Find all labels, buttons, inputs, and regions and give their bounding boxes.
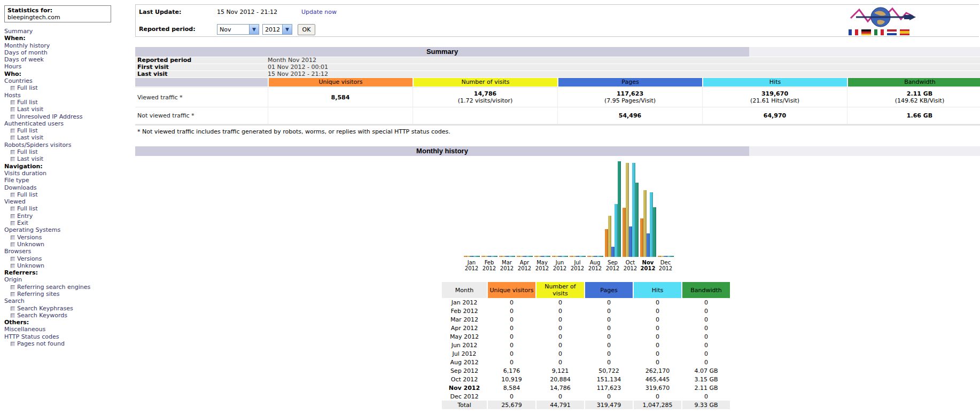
chart-x-label: Jun2012	[551, 260, 569, 271]
traffic-value: 64,970	[703, 112, 847, 119]
sidebar-link-full-list[interactable]: Full list	[17, 127, 37, 134]
sidebar-link-pages-not-found[interactable]: Pages not found	[17, 340, 65, 347]
sidebar-link-origin[interactable]: Origin	[4, 276, 22, 283]
value-cell: 0	[536, 332, 584, 341]
info-label: Last visit	[137, 71, 168, 77]
sidebar-link-referring-sites[interactable]: Referring sites	[17, 291, 60, 297]
sidebar-link-full-list[interactable]: Full list	[17, 191, 37, 198]
sidebar-link-last-visit[interactable]: Last visit	[17, 134, 43, 141]
sidebar-link-referring-search-engines[interactable]: Referring search engines	[17, 284, 90, 291]
sidebar-link-versions[interactable]: Versions	[17, 234, 42, 241]
info-value: 01 Nov 2012 - 00:01	[268, 64, 328, 71]
sidebar-link-downloads[interactable]: Downloads	[4, 184, 36, 191]
menu-square-icon	[11, 307, 15, 311]
flag-germany[interactable]	[861, 29, 871, 35]
viewed-traffic-label: Viewed traffic *	[137, 94, 183, 101]
sidebar-item: Full list	[4, 127, 135, 134]
sidebar-link-robots-spiders-visitors[interactable]: Robots/Spiders visitors	[4, 142, 72, 148]
sidebar-link-full-list[interactable]: Full list	[17, 148, 37, 155]
sidebar-link-full-list[interactable]: Full list	[17, 99, 37, 106]
sidebar-item: Last visit	[4, 106, 135, 113]
flag-spain[interactable]	[900, 29, 909, 35]
sidebar-link-viewed[interactable]: Viewed	[4, 198, 26, 205]
summary-info-row: Last visit15 Nov 2012 - 21:12	[135, 71, 980, 77]
flag-italy[interactable]	[874, 29, 884, 35]
value-cell: 0	[536, 392, 584, 401]
sidebar-link-search-keyphrases[interactable]: Search Keyphrases	[17, 305, 73, 312]
flag-france[interactable]	[849, 29, 858, 35]
sidebar-link-summary[interactable]: Summary	[4, 28, 33, 35]
sidebar-link-last-visit[interactable]: Last visit	[17, 106, 43, 113]
month-cell: Jun 2012	[442, 341, 487, 349]
year-select[interactable]: 2012 ▼	[262, 24, 292, 35]
traffic-value: 14,786	[413, 90, 557, 97]
traffic-ratio: (149.62 KB/Visit)	[847, 97, 980, 104]
menu-square-icon	[11, 214, 15, 218]
sidebar-link-search-keywords[interactable]: Search Keywords	[17, 312, 67, 319]
value-cell: 0	[488, 332, 535, 341]
traffic-value-cell: 319,670(21.61 Hits/Visit)	[702, 88, 847, 107]
sidebar-link-visits-duration[interactable]: Visits duration	[4, 170, 46, 177]
sidebar-link-monthly-history[interactable]: Monthly history	[4, 42, 50, 49]
sidebar-item: Referring search engines	[4, 284, 135, 291]
sidebar-item: Hosts	[4, 92, 135, 99]
sidebar-link-versions[interactable]: Versions	[17, 255, 42, 262]
chart-month-slot	[639, 161, 657, 257]
monthly-table-row: Total25,67944,791319,4791,047,2859.33 GB	[442, 401, 730, 409]
sidebar-section-header: Navigation:	[4, 163, 135, 170]
sidebar-link-authenticated-users[interactable]: Authenticated users	[4, 120, 64, 127]
sidebar-link-full-list[interactable]: Full list	[17, 205, 37, 212]
sidebar-link-exit[interactable]: Exit	[17, 220, 28, 226]
chart-month-slot	[498, 161, 516, 257]
summary-titlebar: Summary	[135, 47, 980, 57]
sidebar-link-days-of-week[interactable]: Days of week	[4, 56, 44, 63]
value-cell: 8,584	[488, 383, 535, 392]
chevron-down-icon[interactable]: ▼	[249, 25, 259, 34]
chart-bar-bandwidth-gb-	[600, 256, 603, 257]
chart-x-label: Feb2012	[480, 260, 498, 271]
value-cell: 117,623	[585, 383, 633, 392]
value-cell: 9.33 GB	[682, 401, 730, 409]
value-cell: 0	[488, 358, 535, 366]
sidebar-item: Days of month	[4, 49, 135, 56]
sidebar-item: Search Keyphrases	[4, 305, 135, 312]
sidebar-item: Pages not found	[4, 340, 135, 347]
sidebar-link-last-visit[interactable]: Last visit	[17, 155, 43, 162]
value-cell: 0	[682, 324, 730, 332]
sidebar-item: Entry	[4, 213, 135, 220]
sidebar-link-search[interactable]: Search	[4, 297, 25, 304]
sidebar-link-miscellaneous[interactable]: Miscellaneous	[4, 326, 45, 333]
menu-square-icon	[11, 107, 15, 112]
sidebar-item: Countries	[4, 77, 135, 84]
sidebar-link-operating-systems[interactable]: Operating Systems	[4, 226, 60, 233]
value-cell: 0	[682, 315, 730, 324]
sidebar-link-http-status-codes[interactable]: HTTP Status codes	[4, 333, 59, 340]
sidebar-link-browsers[interactable]: Browsers	[4, 248, 31, 255]
flag-netherlands[interactable]	[887, 29, 897, 35]
sidebar-link-unresolved-ip-address[interactable]: Unresolved IP Address	[17, 113, 83, 120]
chart-bar-bandwidth-gb-	[582, 256, 586, 257]
sidebar-link-days-of-month[interactable]: Days of month	[4, 49, 48, 56]
value-cell: 0	[536, 298, 584, 307]
value-cell: 0	[682, 349, 730, 358]
chart-month-slot	[621, 161, 639, 257]
chart-month-slot	[604, 161, 621, 257]
sidebar-link-full-list[interactable]: Full list	[17, 84, 37, 91]
sidebar-link-unknown[interactable]: Unknown	[17, 262, 44, 269]
monthly-history-chart-labels: Jan2012Feb2012Mar2012Apr2012May2012Jun20…	[463, 260, 674, 271]
month-cell: Mar 2012	[442, 315, 487, 324]
sidebar-link-hosts[interactable]: Hosts	[4, 92, 21, 99]
chevron-down-icon[interactable]: ▼	[282, 25, 292, 34]
menu-square-icon	[11, 285, 15, 289]
sidebar-link-countries[interactable]: Countries	[4, 77, 33, 84]
sidebar-link-hours[interactable]: Hours	[4, 63, 21, 70]
language-flags	[849, 29, 909, 35]
ok-button[interactable]: OK	[298, 24, 315, 35]
sidebar-link-unknown[interactable]: Unknown	[17, 241, 44, 248]
update-now-link[interactable]: Update now	[301, 9, 337, 15]
month-select[interactable]: Nov ▼	[217, 24, 259, 35]
sidebar-link-entry[interactable]: Entry	[17, 213, 33, 220]
traffic-value: 1.66 GB	[847, 112, 980, 119]
sidebar-link-file-type[interactable]: File type	[4, 177, 29, 184]
monthly-table-header-unique-visitors: Unique visitors	[488, 282, 535, 298]
